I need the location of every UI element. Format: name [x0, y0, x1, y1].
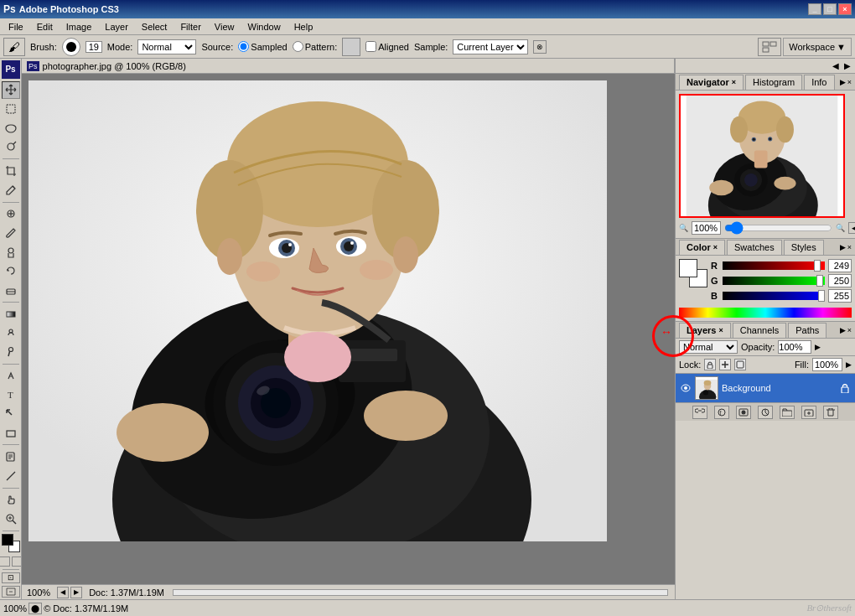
fill-arrow-icon[interactable]: ▶	[846, 360, 852, 369]
blue-slider-thumb[interactable]	[818, 290, 825, 302]
horizontal-scrollbar[interactable]	[173, 589, 668, 596]
navigator-preview[interactable]	[679, 94, 845, 218]
workspace-button[interactable]: Workspace ▼	[783, 38, 852, 56]
menu-window[interactable]: Window	[241, 20, 288, 34]
red-slider-container[interactable]	[723, 261, 825, 270]
color-menu-icon[interactable]: ▶	[840, 243, 846, 251]
blue-slider-container[interactable]	[723, 292, 825, 300]
tool-gradient[interactable]	[2, 305, 20, 324]
layers-menu-icon[interactable]: ▶	[840, 326, 846, 334]
pattern-radio-label[interactable]: Pattern:	[293, 41, 338, 52]
minimize-button[interactable]: _	[808, 3, 821, 15]
screen-mode-button[interactable]: ⊡	[2, 572, 20, 584]
tool-pen[interactable]	[2, 367, 20, 386]
lock-all-icon[interactable]	[734, 359, 746, 370]
mode-select[interactable]: Normal	[137, 39, 196, 54]
tab-layers[interactable]: Layers ×	[679, 323, 731, 338]
tool-lasso[interactable]	[2, 119, 20, 137]
menu-filter[interactable]: Filter	[174, 20, 207, 34]
lock-pixels-icon[interactable]	[704, 359, 716, 370]
tab-histogram[interactable]: Histogram	[745, 75, 802, 90]
pattern-radio[interactable]	[293, 41, 303, 52]
create-adjustment-button[interactable]	[758, 406, 773, 419]
tab-color[interactable]: Color ×	[679, 240, 725, 255]
tool-measure[interactable]	[2, 467, 20, 485]
red-slider-thumb[interactable]	[814, 260, 821, 272]
layers-tab-close[interactable]: ×	[718, 326, 723, 334]
pattern-preview[interactable]	[342, 38, 360, 56]
tool-quick-select[interactable]	[2, 138, 20, 157]
aligned-checkbox[interactable]	[365, 41, 376, 52]
tool-marquee[interactable]	[2, 100, 20, 118]
go-to-bridge-button[interactable]	[2, 586, 20, 598]
menu-image[interactable]: Image	[60, 20, 99, 34]
standard-mode-button[interactable]	[0, 556, 10, 567]
opacity-input[interactable]	[778, 340, 811, 354]
tool-eraser[interactable]	[2, 281, 20, 299]
tool-blur[interactable]	[2, 324, 20, 342]
add-mask-button[interactable]	[736, 406, 751, 419]
sample-select[interactable]: Current Layer	[453, 39, 528, 54]
tool-hand[interactable]	[2, 491, 20, 510]
create-group-button[interactable]	[780, 406, 795, 419]
color-tab-close[interactable]: ×	[713, 243, 718, 251]
tab-swatches[interactable]: Swatches	[727, 240, 782, 255]
foreground-background-colors[interactable]	[2, 534, 20, 552]
navigator-menu-icon[interactable]: ▶	[840, 78, 846, 86]
zoom-out-icon[interactable]: 🔍	[679, 224, 688, 232]
zoom-in-icon[interactable]: 🔍	[836, 224, 845, 232]
add-layer-style-button[interactable]: f	[714, 406, 729, 419]
navigator-zoom-slider[interactable]	[724, 223, 832, 233]
layer-visibility-icon[interactable]	[680, 382, 692, 394]
foreground-color-swatch[interactable]	[679, 259, 697, 277]
menu-select[interactable]: Select	[135, 20, 174, 34]
green-slider-thumb[interactable]	[816, 275, 823, 287]
sampled-radio[interactable]	[238, 41, 249, 52]
menu-view[interactable]: View	[208, 20, 241, 34]
tab-styles[interactable]: Styles	[784, 240, 824, 255]
tool-dodge[interactable]	[2, 343, 20, 361]
tool-history-brush[interactable]	[2, 261, 20, 280]
tool-clone[interactable]	[2, 243, 20, 261]
menu-layer[interactable]: Layer	[98, 20, 135, 34]
opacity-arrow-icon[interactable]: ▶	[815, 343, 821, 351]
red-value-input[interactable]	[828, 259, 852, 272]
cancel-clone-icon[interactable]: ⊗	[533, 40, 547, 54]
tab-channels[interactable]: Channels	[733, 323, 786, 338]
tool-brush[interactable]	[2, 224, 20, 242]
create-layer-button[interactable]	[801, 406, 816, 419]
green-value-input[interactable]	[828, 274, 852, 287]
tool-crop[interactable]	[2, 162, 20, 180]
fill-input[interactable]	[812, 358, 842, 371]
collapse-left-icon[interactable]: ◀	[830, 60, 842, 72]
brush-size[interactable]: 19	[86, 41, 102, 53]
canvas-prev-button[interactable]: ◀	[57, 587, 69, 598]
delete-layer-button[interactable]	[823, 406, 838, 419]
sampled-radio-label[interactable]: Sampled	[238, 41, 287, 52]
tool-healing[interactable]	[2, 205, 20, 224]
lock-position-icon[interactable]	[719, 359, 731, 370]
workspace-icon[interactable]	[758, 38, 781, 56]
tab-paths[interactable]: Paths	[788, 323, 826, 338]
menu-edit[interactable]: Edit	[30, 20, 60, 34]
aligned-checkbox-label[interactable]: Aligned	[365, 41, 409, 52]
navigator-zoom-input[interactable]	[692, 221, 721, 235]
zoom-info-button[interactable]: ⬤	[28, 603, 42, 614]
navigator-close-icon[interactable]: ×	[847, 78, 852, 86]
layer-row-background[interactable]: Background	[676, 374, 855, 402]
green-slider-container[interactable]	[723, 277, 825, 285]
tool-zoom[interactable]	[2, 510, 20, 528]
tool-eyedropper[interactable]	[2, 181, 20, 199]
layers-close-icon[interactable]: ×	[847, 326, 852, 334]
menu-file[interactable]: File	[2, 20, 30, 34]
blue-value-input[interactable]	[828, 289, 852, 303]
tool-path-select[interactable]	[2, 405, 20, 423]
tool-notes[interactable]	[2, 448, 20, 466]
close-button[interactable]: ×	[838, 3, 852, 15]
maximize-button[interactable]: □	[823, 3, 837, 15]
navigator-tab-close[interactable]: ×	[732, 78, 736, 86]
quick-mask-button[interactable]	[12, 556, 23, 567]
link-layers-button[interactable]	[692, 406, 707, 419]
tool-move[interactable]	[2, 81, 20, 100]
collapse-right-icon[interactable]: ▶	[842, 60, 853, 72]
